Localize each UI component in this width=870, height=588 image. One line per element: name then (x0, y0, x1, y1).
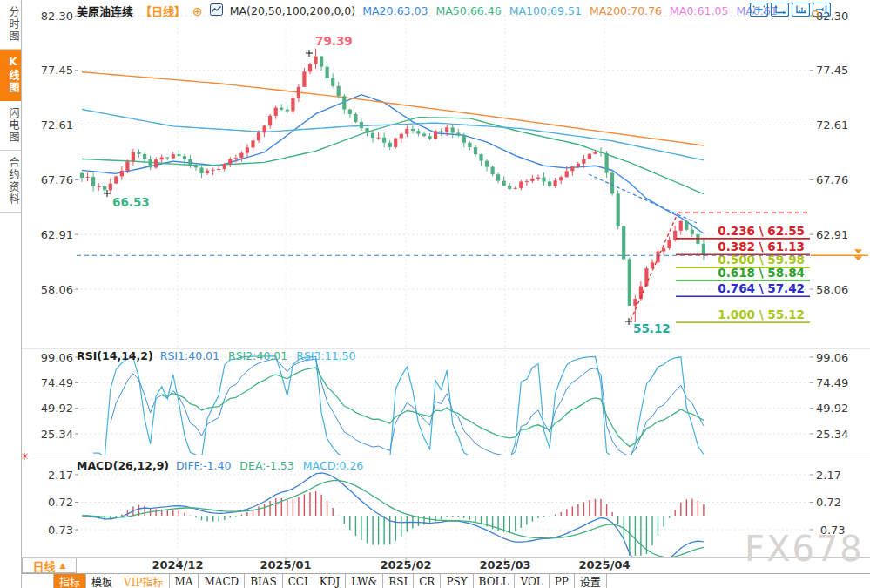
chart-type-icon[interactable] (210, 3, 223, 18)
chart-toolbar-icons (750, 3, 831, 17)
toolbar-tab-pp[interactable]: PP (550, 574, 575, 588)
rsi-value-chip: RSI3:11.50 (296, 349, 355, 362)
y-tick-label-left: 67.76 (41, 173, 73, 186)
toolbar-tab-vol[interactable]: VOL (515, 574, 549, 588)
y-tick-label-left: 2.17 (48, 469, 73, 482)
y-tick-label-right: 49.92 (816, 402, 848, 415)
toolbar-tab-lw[interactable]: LW& (346, 574, 383, 588)
period-tag: 【日线】 (140, 3, 185, 19)
symbol-title: 美原油连续 (77, 3, 133, 19)
y-tick-label-left: 82.30 (41, 10, 73, 23)
x-axis-scale-tool-icon[interactable] (792, 3, 810, 17)
toolbar-tab-templates[interactable]: 模板 (86, 574, 118, 588)
toolbar-tab-bias[interactable]: BIAS (245, 574, 282, 588)
rsi2-line (162, 368, 704, 447)
macd-dea-line (82, 481, 704, 558)
bottom-toolbar-tabs: 指标模板VIP指标MAMACDBIASCCIKDJLW&RSICRPSYBOLL… (22, 573, 870, 588)
price-annotation: 79.39 (315, 34, 353, 48)
y-tick-label-right: 67.76 (816, 173, 848, 186)
expand-icon[interactable]: ⊕ (192, 5, 203, 17)
fib-level-label: 0.618 \ 58.84 (718, 266, 805, 280)
y-tick-label-left: 74.49 (41, 376, 73, 389)
macd-panel-header: MACD(26,12,9) DIFF:-1.40DEA:-1.53MACD:0.… (77, 459, 363, 472)
ma-line-ma50 (82, 118, 704, 194)
toolbar-tab-ma[interactable]: MA (170, 574, 199, 588)
y-tick-label-right: 0.72 (816, 496, 841, 509)
toolbar-tab-vip-indicators[interactable]: VIP指标 (118, 574, 169, 588)
y-tick-label-left: 62.91 (41, 228, 73, 241)
macd-value-chip: DEA:-1.53 (239, 459, 293, 472)
sidebar-tab-kline[interactable]: K线图 (0, 50, 21, 101)
ma-line-ma100 (82, 110, 704, 160)
date-axis-label: 2025/01 (249, 558, 322, 571)
trading-app: 82.3082.3077.4577.4572.6172.6167.7667.76… (0, 0, 870, 588)
y-tick-label-left: 77.45 (41, 64, 73, 77)
ma-value-chip: MA50:66.46 (435, 4, 501, 17)
y-tick-label-left: 0.72 (48, 496, 73, 509)
y-tick-label-left: 99.06 (41, 351, 73, 364)
toolbar-spacer (22, 574, 54, 588)
toolbar-tab-rsi[interactable]: RSI (383, 574, 414, 588)
y-tick-label-right: 77.45 (816, 64, 848, 77)
y-tick-label-right: 25.34 (816, 428, 848, 441)
y-tick-label-left: 58.06 (41, 283, 73, 296)
sidebar-tab-time-share[interactable]: 分时图 (0, 0, 21, 50)
sidebar-tab-flash[interactable]: 闪电图 (0, 101, 21, 151)
date-axis-row: 日线 ▲ 2024/122025/012025/022025/032025/04 (0, 558, 870, 573)
toolbar-tab-macd[interactable]: MACD (199, 574, 245, 588)
date-axis-label: 2025/02 (369, 558, 442, 571)
date-axis-label: 2024/12 (141, 558, 214, 571)
y-tick-label-right: 74.49 (816, 376, 848, 389)
y-tick-label-right: 58.06 (816, 283, 848, 296)
toolbar-tab-kdj[interactable]: KDJ (314, 574, 346, 588)
y-tick-label-left: 72.61 (41, 118, 73, 132)
y-tick-label-right: 99.06 (816, 351, 848, 364)
price-chart-canvas: 82.3082.3077.4577.4572.6172.6167.7667.76… (0, 0, 870, 575)
y-tick-label-right: 62.91 (816, 228, 848, 241)
fib-level-label: 0.382 \ 61.13 (718, 240, 805, 253)
trendline[interactable] (589, 174, 697, 223)
toolbar-tab-psy[interactable]: PSY (441, 574, 473, 588)
crosshair-tool-icon[interactable] (750, 3, 768, 17)
macd-title: MACD(26,12,9) (77, 459, 169, 472)
chart-header: 美原油连续 【日线】 ⊕ MA(20,50,100,200,0,0) MA20:… (77, 3, 778, 19)
fib-level-label: 0.500 \ 59.98 (718, 253, 805, 267)
candlestick-layer (80, 49, 705, 322)
y-tick-label-right: 2.17 (816, 469, 841, 482)
macd-value-chip: MACD:0.26 (303, 459, 364, 472)
fib-level-label: 0.236 \ 62.55 (718, 224, 805, 238)
fib-level-label: 0.764 \ 57.42 (718, 281, 805, 295)
toolbar-tab-cci[interactable]: CCI (283, 574, 314, 588)
date-axis-label: 2025/03 (469, 558, 542, 571)
date-labels: 2024/122025/012025/022025/032025/04 (0, 558, 870, 573)
rsi-title: RSI(14,14,2) (77, 349, 153, 362)
y-tick-label-left: 25.34 (41, 428, 73, 441)
y-tick-label-left: -0.73 (44, 524, 73, 537)
ma-value-chip: MA20:63.03 (362, 4, 428, 17)
toolbar-tab-cr[interactable]: CR (414, 574, 441, 588)
price-annotation: 55.12 (633, 321, 671, 335)
chart-mode-tabs: 分时图K线图闪电图合约资料 (0, 0, 21, 213)
toolbar-tab-settings[interactable]: 设置 (575, 574, 607, 588)
rsi-value-chip: RSI1:40.01 (160, 349, 219, 362)
y-axis-scale-tool-icon[interactable] (771, 3, 789, 17)
toolbar-tab-indicators[interactable]: 指标 (54, 574, 86, 588)
date-axis-label: 2025/04 (568, 558, 641, 571)
left-sidebar: 分时图K线图闪电图合约资料 (0, 0, 22, 588)
y-tick-label-right: 72.61 (816, 118, 848, 132)
ma-value-chip: MA200:70.76 (590, 4, 662, 17)
ma-values: MA20:63.03MA50:66.46MA100:69.51MA200:70.… (362, 4, 778, 17)
ma-value-chip: MA100:69.51 (509, 4, 582, 17)
toolbar-tab-boll[interactable]: BOLL (474, 574, 516, 588)
macd-values: DIFF:-1.40DEA:-1.53MACD:0.26 (176, 459, 363, 472)
indicator-alert-icon[interactable]: ☀ (20, 451, 30, 462)
jump-to-latest-tool-icon[interactable] (813, 3, 831, 17)
macd-value-chip: DIFF:-1.40 (176, 459, 231, 472)
sidebar-tab-contract-info[interactable]: 合约资料 (0, 151, 21, 213)
macd-diff-line (82, 473, 704, 569)
price-annotation: 66.53 (112, 195, 150, 209)
rsi-values: RSI1:40.01RSI2:40.01RSI3:11.50 (160, 349, 356, 362)
annotation-cross-marker (306, 50, 313, 57)
y-tick-label-left: 49.92 (41, 402, 73, 415)
rsi-panel (93, 356, 704, 460)
